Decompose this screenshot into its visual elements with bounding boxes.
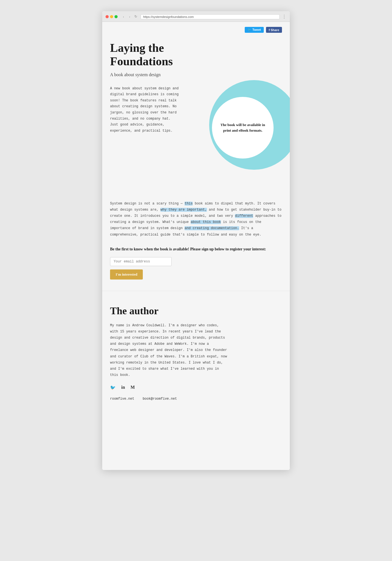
- author-bio: My name is Andrew Couldwell. I'm a desig…: [110, 322, 228, 378]
- main-section: ▼ ◆ ○ Laying the Foundations A book abou…: [102, 36, 290, 291]
- interested-button[interactable]: I'm interested: [110, 269, 143, 280]
- social-buttons: 🐦 Tweet f Share: [102, 22, 290, 36]
- intro-text: A new book about system design and digit…: [110, 86, 180, 134]
- refresh-button[interactable]: ↻: [133, 14, 138, 19]
- email-link[interactable]: book@roomfive.net: [143, 397, 177, 401]
- hero-title: Laying the Foundations: [110, 41, 282, 68]
- browser-nav: ‹ › ↻: [121, 14, 138, 19]
- back-button[interactable]: ‹: [121, 14, 126, 19]
- content-area: The book will be available in print and …: [110, 86, 282, 192]
- more-button[interactable]: ⋮: [282, 14, 286, 19]
- tweet-button[interactable]: 🐦 Tweet: [245, 27, 263, 33]
- email-input[interactable]: [110, 257, 172, 266]
- circle-callout-text: The book will be available in print and …: [218, 122, 268, 133]
- address-bar[interactable]: https://systemdesignfoundations.com: [141, 14, 280, 19]
- dot-green[interactable]: [115, 15, 118, 18]
- hero-subtitle: A book about system design: [110, 72, 282, 77]
- page-content: 🐦 Tweet f Share ▼ ◆ ○ Laying the Foundat…: [102, 22, 290, 470]
- circle-callout: The book will be available in print and …: [212, 97, 274, 159]
- website-link[interactable]: roomfive.net: [110, 397, 134, 401]
- footer-links: roomfive.net book@roomfive.net: [110, 397, 282, 401]
- browser-dots: [106, 15, 118, 18]
- browser-chrome: ‹ › ↻ https://systemdesignfoundations.co…: [102, 11, 290, 22]
- author-social-links: 🐦 in M: [110, 385, 282, 390]
- browser-window: ‹ › ↻ https://systemdesignfoundations.co…: [102, 11, 290, 470]
- twitter-link[interactable]: 🐦: [110, 385, 116, 390]
- dot-red[interactable]: [106, 15, 109, 18]
- dot-yellow[interactable]: [110, 15, 113, 18]
- forward-button[interactable]: ›: [127, 14, 132, 19]
- author-title: The author: [110, 305, 282, 317]
- medium-link[interactable]: M: [130, 385, 135, 390]
- cta-section: Be the first to know when the book is av…: [110, 246, 282, 280]
- linkedin-link[interactable]: in: [121, 385, 125, 390]
- body-text: System design is not a scary thing — thi…: [110, 201, 282, 238]
- cta-title: Be the first to know when the book is av…: [110, 246, 282, 252]
- author-section: The author My name is Andrew Couldwell. …: [102, 291, 290, 412]
- share-button[interactable]: f Share: [266, 27, 282, 33]
